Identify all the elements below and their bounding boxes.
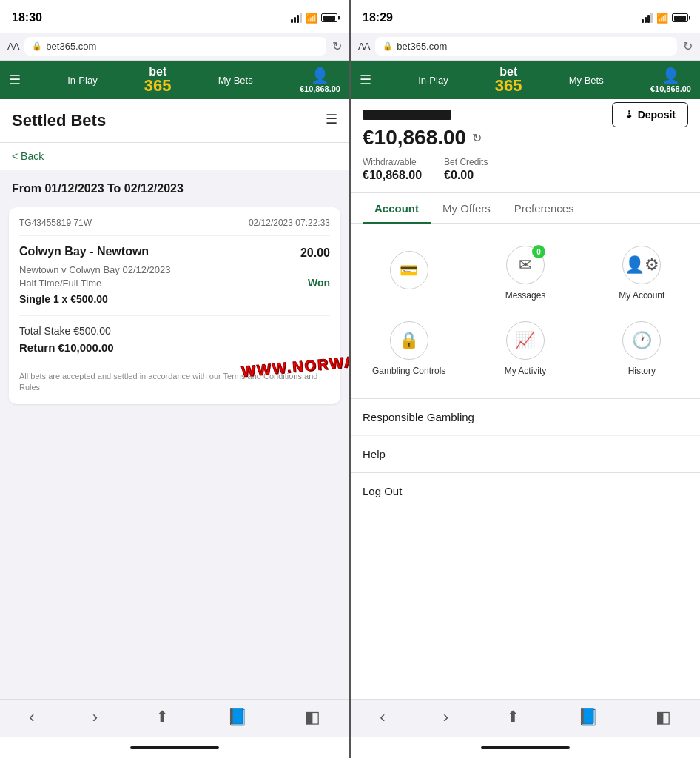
left-home-indicator bbox=[0, 737, 349, 758]
right-content: €10,868.00 ↻ ⇣ Deposit Withdrawable €10,… bbox=[351, 99, 700, 699]
account-tabs: Account My Offers Preferences bbox=[351, 193, 700, 224]
left-time: 18:30 bbox=[12, 11, 42, 24]
lock-icon: 🔒 bbox=[32, 41, 42, 51]
left-nav-bar: ☰ In-Play bet 365 My Bets 👤 €10,868.00 bbox=[0, 61, 349, 99]
messages-menu-item[interactable]: ✉ 0 Messages bbox=[467, 235, 583, 311]
right-inplay-link[interactable]: In-Play bbox=[418, 75, 448, 86]
right-mybets-link[interactable]: My Bets bbox=[569, 75, 604, 86]
left-status-bar: 18:30 📶 bbox=[0, 0, 349, 33]
left-browser-bar: AA 🔒 bet365.com ↻ bbox=[0, 33, 349, 61]
account-info: €10,868.00 ↻ bbox=[363, 110, 482, 157]
url-text: bet365.com bbox=[46, 41, 96, 52]
left-status-icons: 📶 bbox=[291, 13, 337, 24]
bet-status: Won bbox=[308, 277, 330, 289]
my-activity-label: My Activity bbox=[505, 366, 547, 376]
wifi-icon: 📶 bbox=[306, 13, 317, 24]
right-nav-bar: ☰ In-Play bet 365 My Bets 👤 €10,868.00 bbox=[351, 61, 700, 99]
right-hamburger-icon[interactable]: ☰ bbox=[360, 72, 371, 88]
account-button[interactable]: 👤 €10,868.00 bbox=[300, 67, 340, 93]
right-url-bar[interactable]: 🔒 bet365.com bbox=[375, 37, 677, 56]
withdrawable-section: Withdrawable €10,868.00 bbox=[363, 157, 422, 182]
right-bottom-nav: ‹ › ⬆ 📘 ◧ bbox=[351, 699, 700, 737]
bet-card-header: TG43455819 71W 02/12/2023 07:22:33 bbox=[19, 218, 330, 236]
messages-badge: 0 bbox=[532, 245, 545, 258]
nav-balance: €10,868.00 bbox=[300, 84, 340, 93]
right-forward-nav-button[interactable]: › bbox=[434, 703, 457, 731]
bet-credits-section: Bet Credits €0.00 bbox=[444, 157, 488, 182]
account-header: €10,868.00 ↻ ⇣ Deposit Withdrawable €10,… bbox=[351, 99, 700, 193]
tab-account[interactable]: Account bbox=[363, 193, 431, 224]
right-battery-icon bbox=[672, 13, 688, 22]
account-links: Responsible Gambling Help bbox=[351, 399, 700, 473]
history-menu-item[interactable]: 🕐 History bbox=[584, 311, 700, 386]
left-bottom-nav: ‹ › ⬆ 📘 ◧ bbox=[0, 699, 349, 737]
bet-summary: Total Stake €500.00 Return €10,000.00 bbox=[19, 315, 330, 354]
help-link[interactable]: Help bbox=[351, 436, 700, 472]
deposit-icon: ⇣ bbox=[625, 109, 633, 121]
my-account-menu-item[interactable]: 👤⚙ My Account bbox=[584, 235, 700, 311]
bet-type-row: Half Time/Full Time Won bbox=[19, 277, 330, 289]
history-label: History bbox=[628, 366, 656, 376]
back-nav-button[interactable]: ‹ bbox=[20, 703, 43, 731]
bet-card: TG43455819 71W 02/12/2023 07:22:33 Colwy… bbox=[9, 207, 340, 404]
bet-ref: TG43455819 71W bbox=[19, 218, 92, 228]
right-tabs-button[interactable]: ◧ bbox=[647, 703, 680, 731]
reload-button[interactable]: ↻ bbox=[332, 39, 342, 53]
messages-label: Messages bbox=[505, 290, 546, 301]
right-logo-num: 365 bbox=[495, 78, 522, 94]
bet-credits-value: €0.00 bbox=[444, 169, 488, 182]
bet-card-container: TG43455819 71W 02/12/2023 07:22:33 Colwy… bbox=[0, 207, 349, 371]
forward-nav-button[interactable]: › bbox=[84, 703, 107, 731]
account-name-bar bbox=[363, 110, 451, 120]
right-browser-bar: AA 🔒 bet365.com ↻ bbox=[351, 33, 700, 61]
share-button[interactable]: ⬆ bbox=[147, 703, 178, 731]
account-icon: 👤 bbox=[311, 67, 329, 84]
my-activity-menu-item[interactable]: 📈 My Activity bbox=[467, 311, 583, 386]
logout-button[interactable]: Log Out bbox=[351, 473, 700, 509]
bet-stake: Single 1 x €500.00 bbox=[19, 293, 330, 305]
right-lock-icon: 🔒 bbox=[383, 41, 393, 51]
right-wifi-icon: 📶 bbox=[656, 13, 668, 24]
refresh-icon[interactable]: ↻ bbox=[472, 131, 482, 145]
tab-preferences[interactable]: Preferences bbox=[502, 193, 586, 224]
responsible-gambling-link[interactable]: Responsible Gambling bbox=[351, 399, 700, 436]
left-phone: 18:30 📶 AA 🔒 bet365.com ↻ bbox=[0, 0, 349, 758]
right-font-size-control[interactable]: AA bbox=[358, 41, 369, 52]
bookmarks-button[interactable]: 📘 bbox=[218, 703, 256, 731]
account-balance: €10,868.00 bbox=[363, 126, 466, 150]
deposit-label: Deposit bbox=[638, 109, 676, 121]
hamburger-icon[interactable]: ☰ bbox=[9, 72, 21, 88]
gambling-controls-menu-item[interactable]: 🔒 Gambling Controls bbox=[351, 311, 467, 386]
right-phone: 18:29 📶 AA 🔒 bet365.com ↻ bbox=[351, 0, 700, 758]
bet365-logo[interactable]: bet 365 bbox=[144, 66, 172, 94]
tabs-button[interactable]: ◧ bbox=[296, 703, 329, 731]
mybets-link[interactable]: My Bets bbox=[218, 75, 253, 86]
deposit-button[interactable]: ⇣ Deposit bbox=[612, 102, 688, 127]
url-bar[interactable]: 🔒 bet365.com bbox=[24, 37, 326, 56]
my-account-label: My Account bbox=[619, 290, 664, 301]
tab-my-offers[interactable]: My Offers bbox=[431, 193, 502, 224]
right-reload-button[interactable]: ↻ bbox=[683, 39, 693, 53]
right-share-button[interactable]: ⬆ bbox=[497, 703, 528, 731]
right-account-button[interactable]: 👤 €10,868.00 bbox=[650, 67, 691, 93]
bet-disclaimer: All bets are accepted and settled in acc… bbox=[19, 363, 330, 394]
right-back-nav-button[interactable]: ‹ bbox=[371, 703, 394, 731]
font-size-control[interactable]: AA bbox=[7, 41, 18, 52]
bet-sub-match: Newtown v Colwyn Bay 02/12/2023 bbox=[19, 264, 330, 275]
withdrawable-value: €10,868.00 bbox=[363, 169, 422, 182]
wallet-menu-item[interactable]: 💳 bbox=[351, 235, 467, 311]
total-stake: Total Stake €500.00 bbox=[19, 325, 330, 337]
balance-details: Withdrawable €10,868.00 Bet Credits €0.0… bbox=[363, 157, 688, 182]
options-icon[interactable]: ☰ bbox=[326, 111, 337, 127]
bet-match-row: Colwyn Bay - Newtown 20.00 bbox=[19, 245, 330, 261]
right-bet365-logo[interactable]: bet 365 bbox=[495, 66, 522, 94]
my-activity-icon: 📈 bbox=[506, 321, 545, 360]
bet-credits-label: Bet Credits bbox=[444, 157, 488, 167]
right-bookmarks-button[interactable]: 📘 bbox=[569, 703, 607, 731]
inplay-link[interactable]: In-Play bbox=[67, 75, 97, 86]
right-status-icons: 📶 bbox=[642, 13, 688, 24]
right-status-bar: 18:29 📶 bbox=[351, 0, 700, 33]
withdrawable-label: Withdrawable bbox=[363, 157, 422, 167]
back-button[interactable]: < Back bbox=[0, 143, 349, 170]
date-range: From 01/12/2023 To 02/12/2023 bbox=[0, 170, 349, 207]
